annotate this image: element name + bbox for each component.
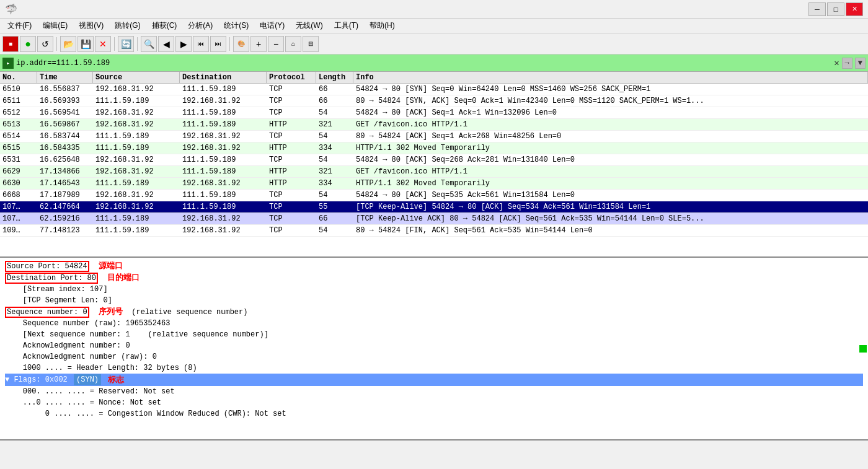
menu-item-A[interactable]: 分析(A)	[183, 19, 218, 32]
menu-item-F[interactable]: 文件(F)	[2, 19, 37, 32]
menu-item-Y[interactable]: 电话(Y)	[255, 19, 290, 32]
packet-cell: 62.159216	[37, 213, 93, 224]
menu-item-V[interactable]: 视图(V)	[74, 19, 108, 32]
packet-cell: 111.1.59.189	[180, 154, 267, 165]
table-row[interactable]: 109…77.148123111.1.59.189192.168.31.92TC…	[0, 225, 868, 237]
detail-line-ack-raw: Acknowledgment number (raw): 0	[5, 351, 863, 362]
packet-cell: 55	[316, 201, 353, 213]
table-row[interactable]: 651016.556837192.168.31.92111.1.59.189TC…	[0, 84, 868, 95]
packet-cell: 54	[316, 107, 353, 118]
packet-cell: 66	[316, 95, 353, 107]
source-port-annotation: 源端口	[99, 261, 123, 270]
packet-cell: HTTP/1.1 302 Moved Temporarily	[353, 142, 868, 154]
col-no: No.	[0, 72, 37, 83]
separator-2	[114, 37, 115, 51]
packet-cell: 111.1.59.189	[180, 84, 267, 95]
packet-cell: 6629	[0, 166, 37, 177]
table-row[interactable]: 653116.625648192.168.31.92111.1.59.189TC…	[0, 154, 868, 166]
packet-cell: TCP	[267, 131, 316, 142]
menu-item-S[interactable]: 统计(S)	[219, 19, 254, 32]
reload-button[interactable]: 🔄	[118, 36, 134, 52]
menu-item-H[interactable]: 帮助(H)	[365, 19, 400, 32]
window-controls: ─ □ ✕	[808, 2, 863, 16]
packet-cell: 111.1.59.189	[93, 225, 180, 236]
menu-item-W[interactable]: 无线(W)	[291, 19, 327, 32]
close-capture-button[interactable]: ✕	[95, 36, 111, 52]
go-last-button[interactable]: ⏭	[210, 36, 226, 52]
resize-columns-button[interactable]: ⊟	[303, 36, 319, 52]
packet-cell: 111.1.59.189	[93, 178, 180, 189]
packet-cell: 111.1.59.189	[180, 166, 267, 177]
packet-cell: 111.1.59.189	[180, 119, 267, 130]
zoom-in-button[interactable]: +	[250, 36, 267, 52]
packet-cell: HTTP	[267, 119, 316, 130]
table-row[interactable]: 662917.134866192.168.31.92111.1.59.189HT…	[0, 166, 868, 178]
open-button[interactable]: 📂	[60, 36, 76, 52]
menu-item-E[interactable]: 编辑(E)	[38, 19, 73, 32]
col-source: Source	[93, 72, 180, 83]
menu-item-G[interactable]: 跳转(G)	[110, 19, 145, 32]
packet-cell: TCP	[267, 190, 316, 201]
packet-cell: 6512	[0, 107, 37, 118]
packet-cell: 111.1.59.189	[180, 107, 267, 118]
packet-cell: 192.168.31.92	[93, 84, 180, 95]
table-row[interactable]: 107…62.147664192.168.31.92111.1.59.189TC…	[0, 201, 868, 213]
zoom-out-button[interactable]: −	[268, 36, 284, 52]
zoom-reset-button[interactable]: ⌂	[285, 36, 301, 52]
table-row[interactable]: 107…62.159216111.1.59.189192.168.31.92TC…	[0, 213, 868, 225]
packet-cell: 6668	[0, 190, 37, 201]
restart-button[interactable]: ↺	[37, 36, 53, 52]
packet-list: No. Time Source Destination Protocol Len…	[0, 72, 868, 258]
packet-cell: 111.1.59.189	[93, 213, 180, 224]
packet-cell: 192.168.31.92	[93, 201, 180, 213]
colorize-button[interactable]: 🎨	[233, 36, 249, 52]
table-row[interactable]: 651516.584335111.1.59.189192.168.31.92HT…	[0, 142, 868, 154]
packet-cell: 16.584335	[37, 142, 93, 154]
packet-cell: GET /favicon.ico HTTP/1.1	[353, 166, 868, 177]
table-row[interactable]: 651416.583744111.1.59.189192.168.31.92TC…	[0, 131, 868, 142]
table-row[interactable]: 666817.187989192.168.31.92111.1.59.189TC…	[0, 190, 868, 201]
detail-line-flags[interactable]: ▼ Flags: 0x002 (SYN) 标志	[5, 374, 863, 386]
filter-clear-button[interactable]: ✕	[834, 58, 839, 68]
table-row[interactable]: 651316.569867192.168.31.92111.1.59.189HT…	[0, 119, 868, 131]
detail-line-seg-len: [TCP Segment Len: 0]	[5, 295, 863, 306]
flags-annotation: 标志	[108, 374, 124, 385]
packet-cell: [TCP Keep-Alive] 54824 → 80 [ACK] Seq=53…	[353, 201, 868, 213]
detail-line-seq-raw: Sequence number (raw): 1965352463	[5, 318, 863, 329]
table-row[interactable]: 663017.146543111.1.59.189192.168.31.92HT…	[0, 178, 868, 190]
filter-icon: ▸	[2, 58, 14, 69]
filter-apply-button[interactable]: →	[842, 58, 852, 69]
flags-label: Flags: 0x002	[14, 374, 72, 385]
filter-input[interactable]	[16, 59, 831, 68]
packet-cell: 192.168.31.92	[180, 131, 267, 142]
close-button[interactable]: ✕	[846, 2, 863, 16]
packet-cell: 192.168.31.92	[93, 119, 180, 130]
toolbar: ■ ● ↺ 📂 💾 ✕ 🔄 🔍 ◀ ▶ ⏮ ⏭ 🎨 + − ⌂ ⊟	[0, 33, 868, 55]
filter-dropdown-button[interactable]: ▼	[855, 58, 866, 69]
packet-cell: 6515	[0, 142, 37, 154]
go-back-button[interactable]: ◀	[158, 36, 174, 52]
packet-cell: 192.168.31.92	[93, 166, 180, 177]
packet-cell: 16.569867	[37, 119, 93, 130]
start-capture-button[interactable]: ●	[20, 36, 36, 52]
packet-cell: 192.168.31.92	[180, 225, 267, 236]
go-first-button[interactable]: ⏮	[193, 36, 209, 52]
menu-item-C[interactable]: 捕获(C)	[147, 19, 182, 32]
maximize-button[interactable]: □	[827, 2, 844, 16]
go-forward-button[interactable]: ▶	[175, 36, 192, 52]
packet-cell: 107…	[0, 213, 37, 224]
dest-port-annotation: 目的端口	[107, 273, 140, 282]
packet-cell: 192.168.31.92	[180, 142, 267, 154]
table-row[interactable]: 651116.569393111.1.59.189192.168.31.92TC…	[0, 95, 868, 107]
find-button[interactable]: 🔍	[141, 36, 157, 52]
menu-item-T[interactable]: 工具(T)	[329, 19, 363, 32]
save-button[interactable]: 💾	[78, 36, 94, 52]
stop-capture-button[interactable]: ■	[2, 36, 19, 52]
table-row[interactable]: 651216.569541192.168.31.92111.1.59.189TC…	[0, 107, 868, 119]
app-icon: 🦈	[5, 3, 17, 15]
packet-cell: 54824 → 80 [SYN] Seq=0 Win=64240 Len=0 M…	[353, 84, 868, 95]
col-destination: Destination	[180, 72, 267, 83]
col-info: Info	[353, 72, 868, 83]
packet-cell: 16.556837	[37, 84, 93, 95]
minimize-button[interactable]: ─	[808, 2, 826, 16]
